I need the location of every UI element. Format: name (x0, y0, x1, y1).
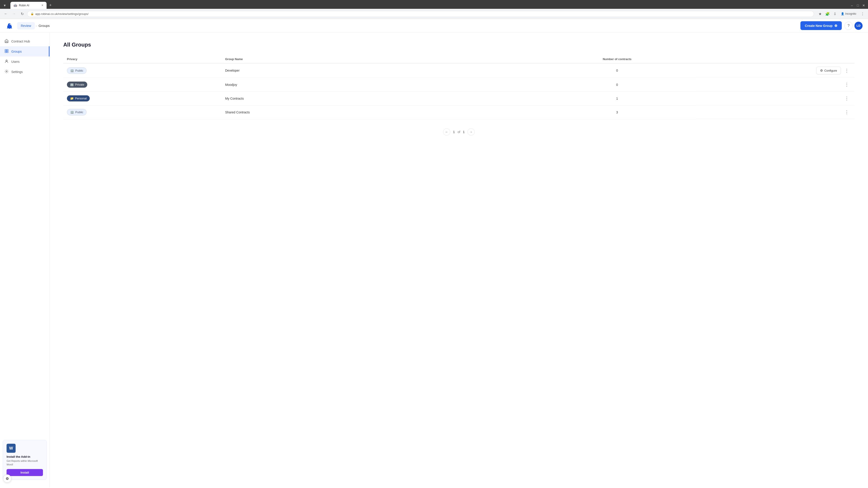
tab-close-btn[interactable]: ✕ (41, 4, 43, 7)
help-icon: ? (848, 24, 850, 28)
notification-btn[interactable]: ⚙ (3, 475, 11, 483)
browser-chrome: ▼ 🤖 Robin AI ✕ + – □ ✕ ← → ↻ 🔒 app.robin… (0, 0, 868, 19)
groups-table: Privacy Group Name Number of contracts 🏢… (63, 55, 855, 119)
cell-group-name: Moodjoy (221, 78, 538, 92)
privacy-badge: 🏢 Public (67, 67, 87, 74)
sidebar-item-settings[interactable]: Settings (0, 67, 50, 77)
svg-rect-6 (7, 50, 8, 51)
privacy-badge: 🏢 Private (67, 82, 87, 88)
cell-num-contracts: 1 (538, 92, 696, 105)
sidebar-item-groups[interactable]: Groups (0, 46, 50, 57)
svg-rect-4 (6, 41, 7, 43)
svg-point-10 (6, 71, 7, 72)
back-btn[interactable]: ← (3, 11, 9, 17)
create-btn-plus-icon: ⊕ (834, 24, 837, 28)
col-header-num-contracts: Number of contracts (538, 55, 696, 63)
table-row: 🏢 Private Moodjoy0⋮ (63, 78, 855, 92)
svg-rect-5 (5, 50, 6, 51)
table-header: Privacy Group Name Number of contracts (63, 55, 855, 63)
badge-icon: 📁 (70, 97, 74, 100)
bookmark-btn[interactable]: ★ (817, 11, 823, 17)
sidebar-label-groups: Groups (11, 50, 22, 53)
downloads-btn[interactable]: ⇩ (833, 11, 837, 17)
badge-icon: 🏢 (70, 110, 74, 114)
svg-point-9 (6, 60, 7, 61)
browser-nav: ← → ↻ 🔒 app.robinai.co.uk/review/setting… (0, 9, 868, 19)
maximize-btn[interactable]: □ (855, 3, 860, 8)
col-header-group-name: Group Name (221, 55, 538, 63)
configure-label: Configure (825, 69, 837, 72)
sidebar-item-users[interactable]: Users (0, 57, 50, 67)
page-of-label: of (458, 130, 460, 134)
cell-actions: ⋮ (696, 92, 855, 105)
avatar-button[interactable]: LD (855, 22, 863, 30)
addon-promo: W Install the Add-in Get Reports within … (3, 440, 47, 480)
svg-rect-8 (7, 51, 8, 53)
groups-table-body: 🏢 Public Developer0⚙ Configure⋮ 🏢 Privat… (63, 63, 855, 119)
home-icon (4, 39, 8, 43)
sidebar: Contract Hub Groups Users (0, 33, 50, 487)
tab-icon: 🤖 (13, 4, 17, 7)
gear-icon: ⚙ (820, 69, 823, 72)
header-nav-review[interactable]: Review (17, 22, 35, 29)
extensions-btn[interactable]: 🧩 (825, 11, 831, 17)
more-options-button[interactable]: ⋮ (843, 67, 851, 74)
app-logo (5, 22, 13, 30)
addon-title: Install the Add-in (6, 455, 43, 458)
badge-label: Personal (75, 97, 87, 100)
sidebar-label-users: Users (11, 60, 20, 64)
url-text: app.robinai.co.uk/review/settings/groups… (35, 12, 811, 15)
cell-num-contracts: 3 (538, 105, 696, 119)
more-options-button[interactable]: ⋮ (843, 81, 851, 88)
cell-num-contracts: 0 (538, 78, 696, 92)
col-header-actions (696, 55, 855, 63)
configure-button[interactable]: ⚙ Configure (816, 67, 841, 74)
badge-label: Public (75, 69, 83, 72)
cell-num-contracts: 0 (538, 63, 696, 78)
more-options-button[interactable]: ⋮ (843, 95, 851, 102)
active-tab[interactable]: 🤖 Robin AI ✕ (10, 2, 46, 9)
cell-privacy: 🏢 Public (63, 105, 221, 119)
main-layout: Contract Hub Groups Users (0, 33, 868, 487)
url-bar[interactable]: 🔒 app.robinai.co.uk/review/settings/grou… (27, 11, 814, 17)
new-tab-btn[interactable]: + (48, 2, 54, 8)
privacy-badge: 🏢 Public (67, 109, 87, 116)
settings-icon (4, 69, 8, 74)
col-header-privacy: Privacy (63, 55, 221, 63)
cell-privacy: 🏢 Private (63, 78, 221, 92)
create-new-group-button[interactable]: Create New Group ⊕ (800, 21, 842, 30)
close-btn[interactable]: ✕ (861, 3, 866, 8)
table-row: 📁 Personal My Contracts1⋮ (63, 92, 855, 105)
grid-icon (4, 49, 8, 54)
current-page: 1 (453, 130, 455, 134)
reload-btn[interactable]: ↻ (19, 11, 25, 17)
tab-list-btn[interactable]: ▼ (2, 3, 8, 8)
privacy-badge: 📁 Personal (67, 95, 90, 101)
header-nav-groups: Groups (39, 24, 50, 28)
pagination: ← 1 of 1 → (63, 128, 855, 135)
forward-btn[interactable]: → (11, 11, 17, 17)
next-page-btn[interactable]: → (467, 128, 475, 135)
more-dots-icon: ⋮ (844, 96, 849, 101)
table-row: 🏢 Public Shared Contracts3⋮ (63, 105, 855, 119)
addon-description: Get Reports within Microsoft Word! (6, 459, 43, 466)
cell-group-name: Shared Contracts (221, 105, 538, 119)
sidebar-item-contract-hub[interactable]: Contract Hub (0, 36, 50, 46)
url-secure-icon: 🔒 (31, 12, 34, 15)
more-dots-icon: ⋮ (844, 109, 849, 115)
more-options-button[interactable]: ⋮ (843, 108, 851, 116)
help-button[interactable]: ? (844, 22, 852, 30)
cell-privacy: 📁 Personal (63, 92, 221, 105)
menu-btn[interactable]: ⋮ (860, 11, 865, 17)
badge-label: Public (75, 110, 83, 114)
more-dots-icon: ⋮ (844, 68, 849, 73)
badge-icon: 🏢 (70, 83, 74, 86)
prev-page-btn[interactable]: ← (443, 128, 450, 135)
more-dots-icon: ⋮ (844, 82, 849, 87)
addon-install-button[interactable]: Install (6, 469, 43, 476)
cell-privacy: 🏢 Public (63, 63, 221, 78)
header-separator: › (36, 24, 37, 28)
svg-point-3 (10, 24, 11, 25)
minimize-btn[interactable]: – (849, 3, 855, 8)
sidebar-label-settings: Settings (11, 70, 23, 74)
